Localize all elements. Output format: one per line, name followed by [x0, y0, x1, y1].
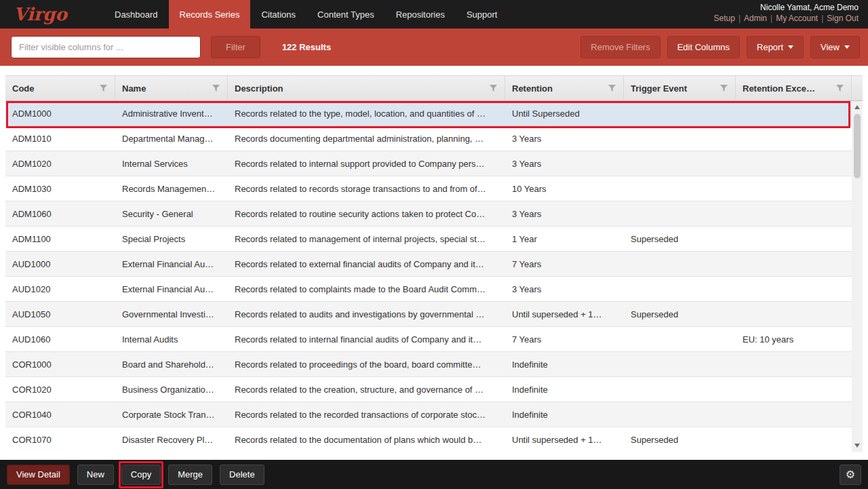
cell-retention: Until Superseded [505, 109, 624, 119]
view-detail-button[interactable]: View Detail [7, 465, 70, 485]
user-name: Nicolle Yamat, Acme Demo [714, 3, 859, 13]
nav-item-content-types[interactable]: Content Types [307, 0, 385, 28]
table-row-ADM1060[interactable]: ADM1060Security - GeneralRecords related… [5, 201, 852, 227]
cell-description: Records related to audits and investigat… [228, 309, 505, 319]
column-label: Retention Exce… [743, 83, 815, 94]
merge-button[interactable]: Merge [168, 465, 212, 485]
table-row-COR1070[interactable]: COR1070Disaster Recovery Pl…Records rela… [5, 427, 852, 452]
filter-funnel-icon[interactable] [489, 84, 498, 92]
filter-funnel-icon[interactable] [608, 84, 616, 92]
cell-description: Records related to management of interna… [228, 234, 505, 244]
footer-buttons: View DetailNewCopyMergeDelete [7, 465, 264, 485]
edit-columns-button[interactable]: Edit Columns [667, 36, 740, 58]
report-button[interactable]: Report [747, 36, 804, 58]
records-series-table: CodeNameDescriptionRetentionTrigger Even… [5, 75, 863, 452]
filter-funnel-icon[interactable] [212, 84, 220, 92]
column-header-name[interactable]: Name [115, 76, 228, 100]
filter-funnel-icon[interactable] [719, 84, 728, 92]
cell-name: Governmental Investi… [115, 309, 228, 319]
footer-button-wrap: Merge [168, 465, 212, 485]
cell-description: Records related to internal support prov… [228, 159, 505, 169]
vertical-scrollbar[interactable] [852, 101, 863, 452]
user-link-admin[interactable]: Admin [744, 14, 767, 23]
user-link-setup[interactable]: Setup [714, 14, 735, 23]
cell-trigger-event: Superseded [624, 435, 736, 445]
cell-trigger-event: Superseded [624, 309, 736, 319]
column-header-trigger-event[interactable]: Trigger Event [624, 76, 736, 100]
cell-name: Corporate Stock Tran… [115, 410, 228, 420]
scroll-up-arrow-icon[interactable] [854, 105, 860, 109]
cell-retention: Until superseded + 1… [505, 309, 624, 319]
cell-retention: 1 Year [505, 234, 624, 244]
header-filler [852, 76, 863, 100]
cell-code: COR1040 [5, 410, 115, 420]
nav-item-dashboard[interactable]: Dashboard [104, 0, 169, 28]
table-row-ADM1020[interactable]: ADM1020Internal ServicesRecords related … [5, 151, 852, 176]
filter-funnel-icon[interactable] [835, 84, 844, 92]
user-links: Setup|Admin|My Account|Sign Out [714, 13, 859, 24]
table-row-AUD1060[interactable]: AUD1060Internal AuditsRecords related to… [5, 327, 852, 352]
table-row-ADM1010[interactable]: ADM1010Departmental Manag…Records docume… [5, 126, 852, 151]
user-link-sign-out[interactable]: Sign Out [827, 14, 859, 23]
gear-icon: ⚙ [846, 468, 855, 481]
delete-button[interactable]: Delete [220, 465, 264, 485]
new-button[interactable]: New [77, 465, 114, 485]
cell-retention: 3 Years [505, 209, 624, 219]
table-rows: ADM1000Administrative Invent…Records rel… [5, 101, 852, 452]
nav-item-records-series[interactable]: Records Series [169, 0, 251, 28]
filter-input[interactable] [11, 36, 201, 58]
footer-button-wrap: View Detail [7, 465, 70, 485]
column-header-code[interactable]: Code [5, 76, 115, 100]
copy-button[interactable]: Copy [121, 465, 161, 485]
cell-retention: Indefinite [505, 359, 624, 370]
cell-name: Special Projects [115, 234, 228, 244]
cell-description: Records related to complaints made to th… [228, 284, 505, 294]
table-row-AUD1050[interactable]: AUD1050Governmental Investi…Records rela… [5, 302, 852, 327]
cell-retention: 3 Years [505, 134, 624, 144]
nav-item-citations[interactable]: Citations [250, 0, 307, 28]
table-header-row: CodeNameDescriptionRetentionTrigger Even… [5, 75, 863, 101]
nav-item-support[interactable]: Support [456, 0, 509, 28]
button-label: View [821, 42, 840, 52]
chevron-down-icon [788, 45, 793, 49]
table-row-COR1020[interactable]: COR1020Business Organizatio…Records rela… [5, 377, 852, 402]
cell-name: Internal Audits [115, 334, 228, 345]
chevron-down-icon [844, 45, 850, 49]
remove-filters-button[interactable]: Remove Filters [580, 36, 660, 58]
cell-retention: Indefinite [505, 410, 624, 420]
table-row-ADM1000[interactable]: ADM1000Administrative Invent…Records rel… [5, 101, 852, 126]
cell-name: Administrative Invent… [115, 109, 228, 119]
user-link-my-account[interactable]: My Account [776, 14, 818, 23]
table-row-ADM1030[interactable]: ADM1030Records Managemen…Records related… [5, 176, 852, 201]
filter-button[interactable]: Filter [211, 36, 260, 58]
cell-name: Internal Services [115, 159, 228, 169]
table-row-COR1000[interactable]: COR1000Board and Sharehold…Records relat… [5, 352, 852, 377]
cell-code: ADM1100 [5, 234, 115, 244]
cell-retention: 10 Years [505, 184, 624, 194]
settings-gear-button[interactable]: ⚙ [840, 465, 861, 485]
button-label: Remove Filters [591, 42, 650, 52]
cell-retention: 3 Years [505, 284, 624, 294]
virgo-logo[interactable]: Virgo [0, 0, 104, 28]
scroll-down-arrow-icon[interactable] [854, 444, 860, 448]
column-header-retention[interactable]: Retention [505, 76, 624, 100]
cell-name: Records Managemen… [115, 184, 228, 194]
column-header-description[interactable]: Description [228, 76, 505, 100]
column-header-retention-exce[interactable]: Retention Exce… [736, 76, 852, 100]
footer-button-wrap: Delete [220, 465, 264, 485]
cell-code: ADM1020 [5, 159, 115, 169]
cell-description: Records related to the creation, structu… [228, 385, 505, 395]
nav-item-repositories[interactable]: Repositories [385, 0, 456, 28]
cell-description: Records related to records storage trans… [228, 184, 505, 194]
view-button[interactable]: View [810, 36, 860, 58]
scrollbar-thumb[interactable] [854, 114, 861, 178]
table-row-ADM1100[interactable]: ADM1100Special ProjectsRecords related t… [5, 227, 852, 252]
cell-trigger-event: Superseded [624, 234, 736, 244]
filter-funnel-icon[interactable] [99, 84, 108, 92]
cell-description: Records related to the documentation of … [228, 435, 505, 445]
cell-description: Records related to the recorded transact… [228, 410, 505, 420]
table-row-AUD1000[interactable]: AUD1000External Financial Au…Records rel… [5, 252, 852, 277]
column-label: Name [122, 83, 146, 94]
table-row-AUD1020[interactable]: AUD1020External Financial Au…Records rel… [5, 277, 852, 302]
table-row-COR1040[interactable]: COR1040Corporate Stock Tran…Records rela… [5, 402, 852, 427]
